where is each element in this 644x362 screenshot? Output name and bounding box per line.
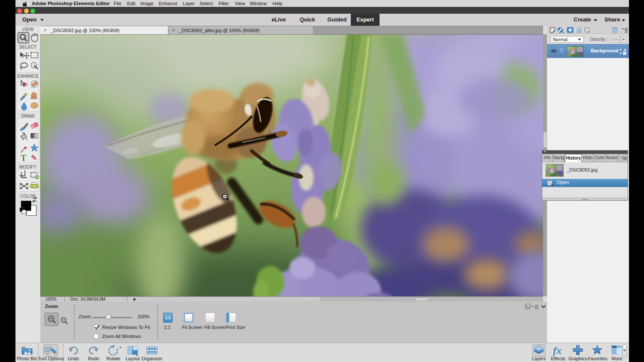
svg-text:T: T — [21, 153, 27, 163]
svg-text:fx: fx — [553, 345, 562, 356]
